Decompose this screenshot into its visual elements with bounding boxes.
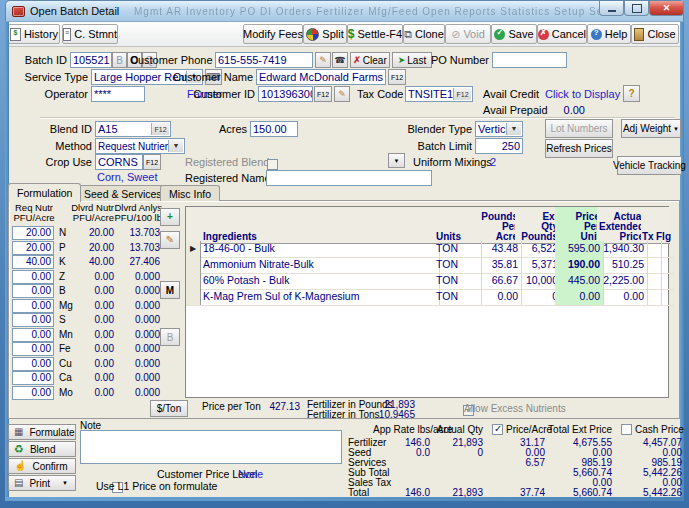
acres-field[interactable]: 150.00 <box>250 121 298 137</box>
last-arrow-icon: ➤ <box>398 56 406 65</box>
operator-label: Operator <box>28 88 88 100</box>
clone-button[interactable]: ⧉Clone <box>403 24 445 44</box>
blend-id-f12-button[interactable]: F12 <box>151 123 169 135</box>
method-select[interactable]: Request Nutrients▼ <box>95 138 185 154</box>
clear-button[interactable]: ✗Clear <box>350 52 390 68</box>
customer-name-f12-button[interactable]: F12 <box>388 69 406 85</box>
po-number-field[interactable] <box>492 52 567 68</box>
uniform-mixings-dropdown-button[interactable]: ▼ <box>388 153 405 168</box>
add-product-button[interactable]: + <box>160 208 180 226</box>
crop-use-f12-button[interactable]: F12 <box>143 154 161 170</box>
nutrient-row-Mo: 0.00Mo0.000.000 <box>12 386 162 400</box>
nutrient-row-Mg: 0.00Mg0.000.000 <box>12 299 162 313</box>
chevron-down-icon[interactable]: ▼ <box>506 123 521 135</box>
adj-weight-button[interactable]: Adj Weight▼ <box>621 119 681 138</box>
title-bar[interactable]: Mgmt AR Inventory PO DI Orders Fertilize… <box>5 0 684 22</box>
ingredient-row[interactable]: K-Mag Prem Sul of K-Magnesium TON 0.00 0… <box>186 289 668 305</box>
req-input[interactable]: 20.00 <box>12 241 54 255</box>
customer-edit-button[interactable]: ✎ <box>334 86 350 102</box>
close-button[interactable]: Close <box>631 24 679 44</box>
ingredients-grid: Ingredients Units Pounds Per Acre Ext Qt… <box>185 206 669 398</box>
req-input[interactable]: 0.00 <box>12 357 54 371</box>
help-button[interactable]: ?Help <box>587 24 631 44</box>
tax-code-field[interactable]: TNSITE1F12 <box>405 86 473 102</box>
req-input[interactable]: 40.00 <box>12 255 54 269</box>
credit-status-button[interactable]: ? <box>623 85 640 102</box>
customer-statement-button[interactable]: ≡C. Stmnt <box>62 24 118 44</box>
crop-use-field[interactable]: CORNS <box>95 154 143 170</box>
customer-id-f12-button[interactable]: F12 <box>314 86 332 102</box>
print-button[interactable]: ▤Print▼ <box>8 475 76 491</box>
ingredient-row[interactable]: Ammonium Nitrate-Bulk TON 35.81 5,371 19… <box>186 257 668 273</box>
clone-icon: ⧉ <box>404 29 412 40</box>
totals-summary: App Rate lbs/acre Actual Qty Price/Acre … <box>346 424 684 497</box>
blend-button[interactable]: ♻Blend <box>8 441 76 457</box>
acres-label: Acres <box>205 123 247 135</box>
save-button[interactable]: ✓Save <box>491 24 537 44</box>
customer-id-field[interactable]: 101396300 <box>258 86 313 102</box>
registered-blend-label: Registered Blend <box>185 156 269 168</box>
tab-misc-info[interactable]: Misc Info <box>160 185 220 201</box>
m-button[interactable]: M <box>160 281 180 299</box>
phone-book-button[interactable]: ☎ <box>332 52 348 68</box>
cash-price-checkbox[interactable] <box>621 424 632 435</box>
clear-x-icon: ✗ <box>353 56 361 65</box>
price-per-ton-value: 427.13 <box>260 401 300 412</box>
b-button: B <box>160 328 180 346</box>
req-input[interactable]: 0.00 <box>12 313 54 327</box>
req-input[interactable]: 0.00 <box>12 270 54 284</box>
tab-seed-services[interactable]: Seed & Services <box>75 185 171 201</box>
row-pointer-icon: ▶ <box>186 241 201 258</box>
req-input[interactable]: 0.00 <box>12 371 54 385</box>
blender-type-label: Blender Type <box>390 123 472 135</box>
confirm-button[interactable]: ☝Confirm <box>8 458 76 474</box>
maximize-button[interactable] <box>624 1 649 16</box>
req-input[interactable]: 0.00 <box>12 386 54 400</box>
price-acre-checkbox[interactable] <box>492 424 503 435</box>
history-button[interactable]: $History <box>8 24 60 44</box>
blender-type-select[interactable]: Vertical▼ <box>475 121 523 137</box>
formulate-button[interactable]: ▦Formulate <box>8 424 76 440</box>
split-button[interactable]: Split <box>303 24 347 44</box>
minimize-button[interactable] <box>599 1 624 16</box>
req-input[interactable]: 0.00 <box>12 342 54 356</box>
cancel-button[interactable]: ✗Cancel <box>537 24 587 44</box>
req-input[interactable]: 0.00 <box>12 299 54 313</box>
help-question-icon: ? <box>591 29 602 40</box>
req-input[interactable]: 0.00 <box>12 328 54 342</box>
modify-fees-button[interactable]: Modify Fees <box>243 24 303 44</box>
nutrient-row-S: 0.00S0.000.000 <box>12 313 162 327</box>
customer-phone-field[interactable]: 615-555-7419 <box>215 52 313 68</box>
vehicle-tracking-button[interactable]: Vehicle Tracking <box>617 156 682 175</box>
batch-b-button[interactable]: B <box>112 52 127 68</box>
phone-note-button[interactable]: ✎ <box>315 52 331 68</box>
customer-name-field[interactable]: Edward McDonald Farms <box>256 69 386 85</box>
ingredient-row[interactable]: ▶ 18-46-00 - Bulk TON 43.48 6,522 595.00… <box>186 241 668 257</box>
req-input[interactable]: 0.00 <box>12 284 54 298</box>
tax-code-f12-button[interactable]: F12 <box>453 88 471 100</box>
phone-book-icon: ☎ <box>334 56 345 65</box>
avail-credit-link[interactable]: Click to Display <box>545 88 620 100</box>
batch-id-label: Batch ID <box>19 54 67 66</box>
tab-formulation[interactable]: Formulation <box>8 183 81 202</box>
close-window-button[interactable]: ✕ <box>649 1 684 16</box>
blend-id-field[interactable]: A15F12 <box>95 121 171 137</box>
grid-header-ingredients[interactable]: Ingredients <box>200 207 440 244</box>
settle-button[interactable]: $Settle-F4 <box>347 24 403 44</box>
exit-door-icon <box>634 28 644 41</box>
req-input[interactable]: 20.00 <box>12 226 54 240</box>
operator-field[interactable]: **** <box>91 86 145 102</box>
statement-icon: ≡ <box>63 28 71 41</box>
batch-limit-field[interactable]: 250 <box>475 138 523 154</box>
last-button[interactable]: ➤Last <box>392 52 432 68</box>
price-per-ton-button[interactable]: $/Ton <box>150 400 188 417</box>
grid-header-flg[interactable]: Flg <box>655 207 670 244</box>
ingredient-row[interactable]: 60% Potash - Bulk TON 66.67 10,000 445.0… <box>186 273 668 289</box>
registered-name-field[interactable] <box>266 170 432 186</box>
chevron-down-icon[interactable]: ▼ <box>168 140 183 152</box>
batch-id-field[interactable]: 105521 <box>70 52 112 68</box>
refresh-prices-button[interactable]: Refresh Prices <box>545 139 613 158</box>
crop-use-label: Crop Use <box>32 156 92 168</box>
edit-product-button[interactable]: ✎ <box>160 231 180 249</box>
note-textarea[interactable] <box>80 430 342 464</box>
